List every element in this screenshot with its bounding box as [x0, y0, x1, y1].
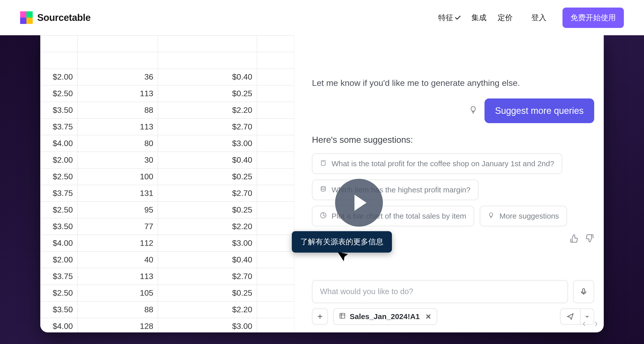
cell[interactable]: $2.00 [41, 152, 78, 168]
thumbs-down-icon[interactable] [585, 234, 594, 245]
cell[interactable]: $2.20 [158, 301, 257, 318]
cell[interactable]: 88 [77, 301, 158, 318]
cell[interactable] [257, 135, 294, 152]
table-row[interactable]: $2.0040$0.40 [41, 252, 294, 268]
cell[interactable]: $3.00 [158, 235, 257, 252]
table-row[interactable] [41, 52, 294, 69]
cta-start-free[interactable]: 免费开始使用 [562, 8, 624, 28]
cell[interactable]: $3.75 [41, 119, 78, 135]
cell[interactable]: 95 [77, 202, 158, 218]
cell[interactable]: $2.00 [41, 252, 78, 268]
cell[interactable]: 30 [77, 152, 158, 168]
cell[interactable] [77, 52, 158, 69]
nav-integrations[interactable]: 集成 [471, 13, 487, 23]
suggest-more-queries-button[interactable]: Suggest more queries [485, 98, 594, 123]
cell[interactable]: $2.20 [158, 218, 257, 235]
spreadsheet[interactable]: $2.0036$0.40$2.50113$0.25$3.5088$2.20$3.… [40, 35, 294, 332]
cell[interactable]: $3.50 [41, 301, 78, 318]
cell[interactable]: 80 [77, 135, 158, 152]
cell[interactable]: $0.25 [158, 202, 257, 218]
cell[interactable] [257, 52, 294, 69]
cell[interactable] [257, 285, 294, 301]
cell[interactable] [158, 52, 257, 69]
cell[interactable]: $3.00 [158, 135, 257, 152]
cell[interactable] [257, 119, 294, 135]
thumbs-up-icon[interactable] [570, 234, 579, 245]
cell[interactable] [257, 102, 294, 119]
table-row[interactable]: $4.0080$3.00 [41, 135, 294, 152]
pager-prev[interactable]: ‹ [582, 318, 586, 329]
cell[interactable]: 77 [77, 218, 158, 235]
suggestion-chip-more[interactable]: More suggestions [480, 206, 567, 226]
table-row[interactable] [41, 36, 294, 52]
cell[interactable]: $3.00 [158, 318, 257, 333]
nav-features[interactable]: 特征 [438, 13, 460, 23]
table-row[interactable]: $3.5077$2.20 [41, 218, 294, 235]
cell[interactable]: 100 [77, 168, 158, 185]
cell[interactable]: $0.25 [158, 168, 257, 185]
table-row[interactable]: $2.0036$0.40 [41, 69, 294, 85]
cell[interactable] [41, 52, 78, 69]
mic-button[interactable] [573, 280, 594, 303]
cell[interactable]: $3.75 [41, 268, 78, 285]
spreadsheet-table[interactable]: $2.0036$0.40$2.50113$0.25$3.5088$2.20$3.… [40, 35, 294, 332]
table-row[interactable]: $2.5095$0.25 [41, 202, 294, 218]
cell[interactable]: $3.75 [41, 185, 78, 202]
cell[interactable]: $4.00 [41, 318, 78, 333]
table-row[interactable]: $3.75131$2.70 [41, 185, 294, 202]
cell[interactable]: 105 [77, 285, 158, 301]
cell[interactable] [158, 36, 257, 52]
cell[interactable] [77, 36, 158, 52]
cell[interactable]: $2.00 [41, 69, 78, 85]
cell[interactable]: $2.70 [158, 268, 257, 285]
cell[interactable] [257, 202, 294, 218]
brand-logo[interactable]: Sourcetable [20, 11, 91, 24]
cell[interactable]: $0.40 [158, 252, 257, 268]
cell[interactable]: $3.50 [41, 218, 78, 235]
cell[interactable]: $2.50 [41, 168, 78, 185]
cell[interactable] [257, 152, 294, 168]
cell[interactable] [257, 168, 294, 185]
cell[interactable]: $4.00 [41, 135, 78, 152]
cell[interactable]: $2.50 [41, 85, 78, 102]
cell[interactable] [257, 36, 294, 52]
cell[interactable]: 40 [77, 252, 158, 268]
cell[interactable]: $4.00 [41, 235, 78, 252]
play-button[interactable] [335, 179, 383, 227]
cell[interactable]: 113 [77, 85, 158, 102]
table-row[interactable]: $4.00112$3.00 [41, 235, 294, 252]
nav-login[interactable]: 登入 [531, 13, 546, 23]
cell[interactable]: $0.25 [158, 285, 257, 301]
cell[interactable]: $2.70 [158, 185, 257, 202]
cell[interactable]: $2.20 [158, 102, 257, 119]
cell[interactable] [257, 235, 294, 252]
cell[interactable]: $0.40 [158, 69, 257, 85]
suggestion-chip[interactable]: What is the total profit for the coffee … [312, 153, 562, 174]
table-row[interactable]: $3.5088$2.20 [41, 102, 294, 119]
compose-input[interactable] [312, 280, 568, 303]
cell[interactable] [257, 218, 294, 235]
table-row[interactable]: $2.0030$0.40 [41, 152, 294, 168]
cell[interactable]: 36 [77, 69, 158, 85]
cell[interactable] [41, 36, 78, 52]
table-row[interactable]: $2.50105$0.25 [41, 285, 294, 301]
table-row[interactable]: $3.75113$2.70 [41, 268, 294, 285]
cell[interactable]: $2.70 [158, 119, 257, 135]
cell[interactable] [257, 69, 294, 85]
pager-next[interactable]: › [594, 318, 598, 329]
cell[interactable] [257, 185, 294, 202]
cell[interactable]: 128 [77, 318, 158, 333]
add-context-button[interactable]: + [312, 308, 328, 325]
table-row[interactable]: $3.75113$2.70 [41, 119, 294, 135]
cell[interactable] [257, 301, 294, 318]
table-row[interactable]: $4.00128$3.00 [41, 318, 294, 333]
cell[interactable]: 131 [77, 185, 158, 202]
cell[interactable] [257, 85, 294, 102]
cell[interactable] [257, 252, 294, 268]
table-row[interactable]: $3.5088$2.20 [41, 301, 294, 318]
table-row[interactable]: $2.50113$0.25 [41, 85, 294, 102]
send-button[interactable] [560, 308, 580, 325]
cell[interactable]: $3.50 [41, 102, 78, 119]
nav-pricing[interactable]: 定价 [498, 13, 513, 23]
cell[interactable]: $0.40 [158, 152, 257, 168]
